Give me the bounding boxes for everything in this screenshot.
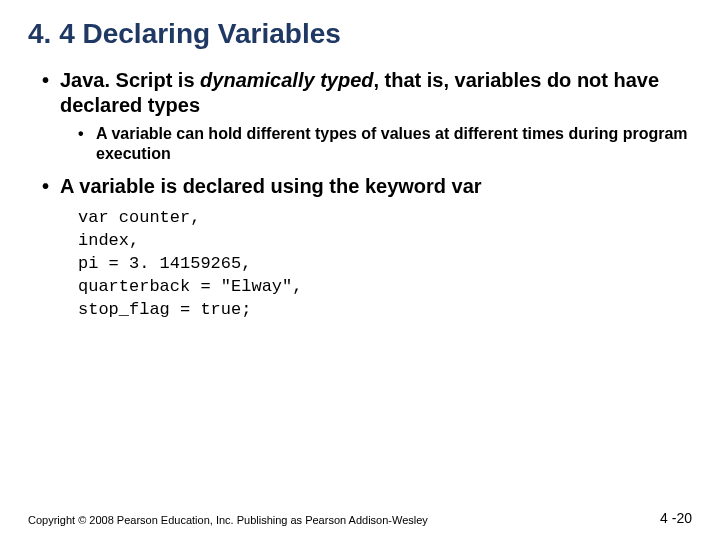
code-block: var counter, index, pi = 3. 14159265, qu… (78, 207, 692, 322)
bullet-list: Java. Script is dynamically typed, that … (28, 68, 692, 199)
bullet-1-sublist: A variable can hold different types of v… (60, 124, 692, 164)
slide: 4. 4 Declaring Variables Java. Script is… (0, 0, 720, 540)
bullet-1-sub: A variable can hold different types of v… (82, 124, 692, 164)
footer-copyright: Copyright © 2008 Pearson Education, Inc.… (28, 514, 428, 526)
slide-title: 4. 4 Declaring Variables (28, 18, 692, 50)
bullet-1-text-pre: Java. Script is (60, 69, 200, 91)
page-number: 4 -20 (660, 510, 692, 526)
bullet-2: A variable is declared using the keyword… (46, 174, 692, 199)
bullet-1-em: dynamically typed (200, 69, 373, 91)
bullet-1: Java. Script is dynamically typed, that … (46, 68, 692, 164)
